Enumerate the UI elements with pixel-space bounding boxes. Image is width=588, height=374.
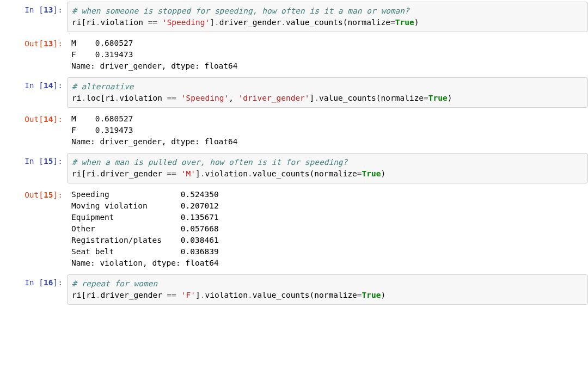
code-token: violation bbox=[119, 94, 167, 102]
code-token: driver_gender bbox=[100, 291, 167, 299]
code-token: = bbox=[357, 169, 362, 178]
code-token: 'Speeding' bbox=[162, 18, 210, 27]
code-token: == bbox=[167, 169, 176, 178]
out-prompt: Out[14]: bbox=[0, 111, 67, 127]
output-cell: Out[14]:M 0.680527 F 0.319473 Name: driv… bbox=[0, 109, 588, 151]
code-token: . bbox=[215, 18, 219, 27]
code-token: ] bbox=[195, 291, 200, 299]
code-cell: In [13]:# when someone is stopped for sp… bbox=[0, 0, 588, 34]
code-token bbox=[176, 169, 181, 178]
code-token: ri[ri bbox=[72, 291, 96, 299]
code-token: # when a man is pulled over, how often i… bbox=[72, 158, 347, 167]
code-token: 'driver_gender' bbox=[238, 94, 310, 102]
code-token: value_counts(normalize bbox=[253, 169, 357, 178]
code-token: # when someone is stopped for speeding, … bbox=[72, 7, 409, 15]
code-input[interactable]: # when a man is pulled over, how often i… bbox=[67, 153, 588, 183]
output-text: Speeding 0.524350 Moving violation 0.207… bbox=[67, 187, 588, 271]
code-token: . bbox=[248, 169, 253, 178]
in-prompt: In [13]: bbox=[0, 2, 67, 17]
output-text: M 0.680527 F 0.319473 Name: driver_gende… bbox=[67, 35, 588, 74]
code-token: violation bbox=[100, 18, 148, 27]
code-token: ) bbox=[381, 291, 386, 299]
code-token: 'F' bbox=[181, 291, 195, 299]
code-input[interactable]: # when someone is stopped for speeding, … bbox=[67, 2, 588, 32]
code-token: violation bbox=[205, 291, 248, 299]
code-token: loc[ri bbox=[86, 94, 114, 102]
code-cell: In [16]:# repeat for women ri[ri.driver_… bbox=[0, 273, 588, 306]
code-token: ) bbox=[381, 169, 386, 178]
in-prompt: In [16]: bbox=[0, 274, 67, 290]
code-token: True bbox=[395, 18, 414, 27]
code-token: # alternative bbox=[72, 82, 134, 91]
code-token: 'M' bbox=[181, 169, 195, 178]
out-prompt: Out[15]: bbox=[0, 187, 67, 203]
code-token: # repeat for women bbox=[72, 279, 157, 288]
code-token: 'Speeding' bbox=[181, 94, 229, 102]
code-token: ) bbox=[448, 94, 452, 102]
code-token: = bbox=[424, 94, 428, 102]
code-cell: In [15]:# when a man is pulled over, how… bbox=[0, 151, 588, 185]
code-token: = bbox=[357, 291, 362, 299]
code-token: ] bbox=[210, 18, 215, 27]
code-token: ri bbox=[72, 94, 81, 102]
code-token: True bbox=[428, 94, 448, 102]
code-token bbox=[176, 94, 181, 102]
code-token: value_counts(normalize bbox=[253, 291, 357, 299]
code-token: value_counts(normalize bbox=[319, 94, 424, 102]
output-text: M 0.680527 F 0.319473 Name: driver_gende… bbox=[67, 111, 588, 150]
code-token: = bbox=[390, 18, 395, 27]
output-cell: Out[13]:M 0.680527 F 0.319473 Name: driv… bbox=[0, 34, 588, 76]
code-token: value_counts(normalize bbox=[286, 18, 390, 27]
code-token: == bbox=[167, 94, 176, 102]
code-token: . bbox=[314, 94, 319, 102]
code-input[interactable]: # repeat for women ri[ri.driver_gender =… bbox=[67, 274, 588, 305]
code-token: ] bbox=[310, 94, 315, 102]
in-prompt: In [15]: bbox=[0, 153, 67, 169]
code-input[interactable]: # alternative ri.loc[ri.violation == 'Sp… bbox=[67, 77, 588, 108]
code-token: driver_gender bbox=[100, 169, 167, 178]
code-token: == bbox=[167, 291, 176, 299]
notebook: In [13]:# when someone is stopped for sp… bbox=[0, 0, 588, 306]
code-token: True bbox=[362, 169, 381, 178]
code-token: . bbox=[81, 94, 86, 102]
code-cell: In [14]:# alternative ri.loc[ri.violatio… bbox=[0, 76, 588, 109]
code-token: == bbox=[148, 18, 157, 27]
code-token: violation bbox=[205, 169, 248, 178]
output-cell: Out[15]:Speeding 0.524350 Moving violati… bbox=[0, 185, 588, 273]
code-token bbox=[157, 18, 162, 27]
code-token: driver_gender bbox=[219, 18, 281, 27]
code-token: ) bbox=[414, 18, 419, 27]
code-token: . bbox=[248, 291, 253, 299]
code-token: ] bbox=[195, 169, 200, 178]
out-prompt: Out[13]: bbox=[0, 35, 67, 51]
in-prompt: In [14]: bbox=[0, 77, 67, 93]
code-token: ri[ri bbox=[72, 18, 96, 27]
code-token: , bbox=[229, 94, 238, 102]
code-token: ri[ri bbox=[72, 169, 96, 178]
code-token: . bbox=[281, 18, 286, 27]
code-token bbox=[176, 291, 181, 299]
code-token: True bbox=[362, 291, 381, 299]
